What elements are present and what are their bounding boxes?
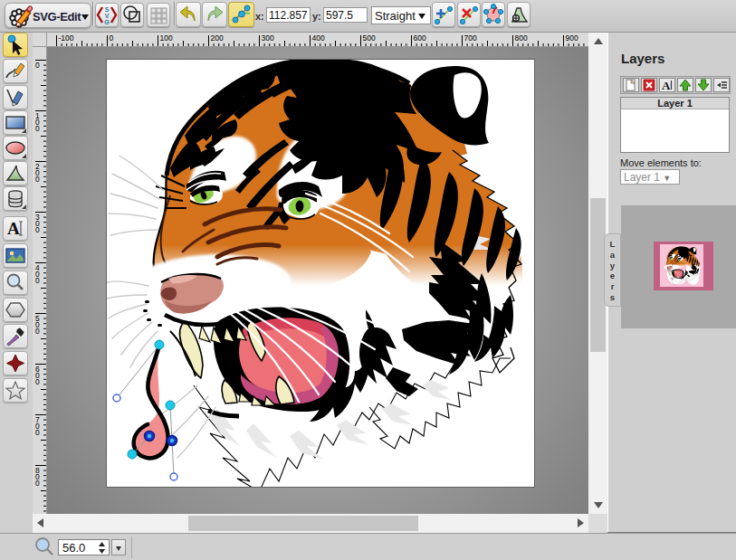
svg-text:300: 300 [262, 33, 274, 43]
svg-text:G: G [104, 19, 110, 25]
svg-text:900: 900 [566, 33, 578, 43]
svg-text:400: 400 [312, 33, 325, 43]
svg-text:500: 500 [363, 33, 376, 43]
svg-text:300: 300 [35, 213, 40, 234]
svg-text:200: 200 [211, 33, 224, 43]
svg-text:0: 0 [110, 33, 114, 43]
svg-text:100: 100 [160, 33, 173, 43]
svg-text:500: 500 [35, 314, 40, 336]
svg-text:200: 200 [35, 162, 40, 184]
svg-text:700: 700 [35, 415, 40, 437]
svg-text:400: 400 [35, 263, 40, 285]
svg-text:800: 800 [515, 33, 528, 43]
svg-text:0: 0 [35, 61, 40, 70]
svg-text:600: 600 [35, 365, 40, 386]
svg-text:A: A [662, 79, 671, 91]
svg-text:700: 700 [464, 33, 477, 43]
svg-text:600: 600 [414, 33, 426, 43]
svg-text:V: V [105, 13, 110, 19]
svg-text:S: S [105, 6, 110, 13]
svg-text:800: 800 [35, 466, 40, 488]
svg-text:100: 100 [35, 111, 40, 133]
svg-text:-100: -100 [59, 33, 74, 43]
svg-text:A: A [7, 219, 20, 238]
